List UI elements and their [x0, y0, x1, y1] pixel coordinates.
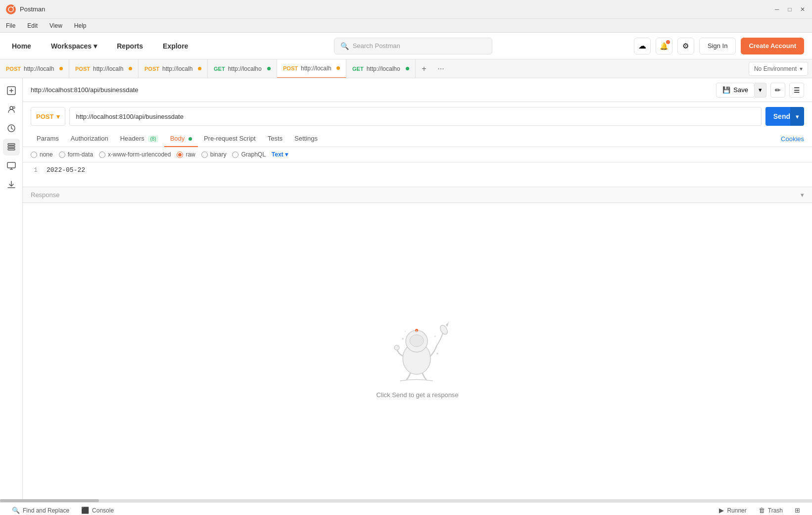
- method-label: POST: [36, 113, 53, 120]
- svg-rect-9: [8, 144, 15, 145]
- send-dropdown-button[interactable]: ▾: [790, 107, 804, 126]
- settings-button[interactable]: ⚙: [677, 38, 694, 54]
- tab-6-url: http://localho: [367, 65, 403, 72]
- response-area: Response ▾: [23, 187, 812, 499]
- sidebar-icon-team[interactable]: [3, 101, 20, 118]
- http-input-row: POST ▾ Send ▾: [23, 102, 812, 131]
- chevron-down-icon: ▾: [94, 42, 97, 50]
- save-dropdown-button[interactable]: ▾: [755, 83, 766, 98]
- tab-params[interactable]: Params: [31, 131, 65, 147]
- find-replace-button[interactable]: 🔍 Find and Replace: [6, 503, 75, 515]
- runner-button[interactable]: ▶ Runner: [713, 503, 752, 515]
- svg-point-18: [410, 335, 424, 347]
- svg-rect-10: [8, 146, 15, 148]
- tab-4-url: http://localho: [228, 65, 264, 72]
- response-header: Response ▾: [23, 187, 812, 203]
- nav-reports[interactable]: Reports: [113, 40, 147, 52]
- notification-button[interactable]: 🔔: [656, 38, 672, 54]
- menu-edit[interactable]: Edit: [25, 21, 40, 30]
- cookies-button[interactable]: Cookies: [781, 135, 804, 143]
- body-type-raw[interactable]: raw: [177, 151, 195, 158]
- line-numbers: 1: [23, 166, 43, 183]
- tab-3[interactable]: POST http://localh: [139, 59, 208, 78]
- tab-headers[interactable]: Headers (8): [114, 131, 164, 147]
- titlebar-left: Postman: [6, 4, 45, 14]
- console-button[interactable]: ⬛ Console: [75, 503, 120, 515]
- body-type-none[interactable]: none: [31, 151, 53, 158]
- method-selector[interactable]: POST ▾: [31, 107, 65, 126]
- save-button[interactable]: 💾 Save: [716, 83, 755, 98]
- empty-state-text: Click Send to get a response: [376, 391, 458, 399]
- bottom-right: ▶ Runner 🗑 Trash ⊞: [713, 503, 806, 515]
- empty-state: Click Send to get a response: [376, 304, 458, 399]
- tab-5[interactable]: POST http://localh: [277, 59, 346, 78]
- save-icon: 💾: [722, 86, 730, 94]
- description-button[interactable]: ☰: [789, 83, 804, 98]
- cloud-icon: ☁: [638, 41, 646, 51]
- menu-file[interactable]: File: [4, 21, 17, 30]
- response-chevron-icon[interactable]: ▾: [801, 191, 804, 199]
- tab-5-url: http://localh: [301, 65, 334, 72]
- create-account-button[interactable]: Create Account: [741, 38, 804, 54]
- tab-1[interactable]: POST http://localh: [0, 59, 69, 78]
- menu-view[interactable]: View: [48, 21, 64, 30]
- tab-settings[interactable]: Settings: [288, 131, 324, 147]
- body-type-graphql[interactable]: GraphQL: [232, 151, 265, 158]
- sidebar-icon-collections[interactable]: [3, 139, 20, 155]
- menu-help[interactable]: Help: [72, 21, 89, 30]
- window-controls: ─ □ ✕: [773, 6, 806, 13]
- tab-authorization[interactable]: Authorization: [65, 131, 114, 147]
- sidebar-icon-history[interactable]: [3, 120, 20, 137]
- tab-2[interactable]: POST http://localh: [69, 59, 139, 78]
- body-type-urlencoded[interactable]: x-www-form-urlencoded: [99, 151, 171, 158]
- app-title: Postman: [20, 5, 45, 13]
- environment-selector[interactable]: No Environment ▾: [749, 62, 808, 76]
- runner-icon: ▶: [719, 507, 724, 514]
- close-button[interactable]: ✕: [799, 6, 806, 13]
- body-type-binary[interactable]: binary: [201, 151, 227, 158]
- console-icon: ⬛: [81, 507, 89, 514]
- sidebar-icon-new[interactable]: [3, 82, 20, 99]
- tab-3-dot: [198, 67, 201, 70]
- tab-pre-request[interactable]: Pre-request Script: [198, 131, 262, 147]
- tab-2-url: http://localh: [93, 65, 126, 72]
- code-content[interactable]: 2022-05-22: [43, 166, 812, 183]
- radio-graphql: [232, 152, 239, 158]
- body-type-row: none form-data x-www-form-urlencoded raw…: [23, 147, 812, 162]
- more-tabs-button[interactable]: ···: [432, 59, 449, 78]
- send-button[interactable]: Send: [765, 107, 790, 126]
- tab-6-method: GET: [352, 66, 364, 72]
- sidebar-icon-monitor[interactable]: [3, 157, 20, 174]
- request-actions: 💾 Save ▾ ✏ ☰: [716, 83, 804, 98]
- tab-6[interactable]: GET http://localho: [346, 59, 416, 78]
- astronaut-illustration: [378, 304, 457, 383]
- add-tab-button[interactable]: +: [416, 59, 432, 78]
- nav-workspaces[interactable]: Workspaces ▾: [47, 40, 101, 52]
- method-chevron-icon: ▾: [56, 113, 60, 120]
- tab-4[interactable]: GET http://localho: [208, 59, 277, 78]
- layout-button[interactable]: ⊞: [789, 503, 806, 515]
- tab-body[interactable]: Body: [164, 131, 198, 147]
- tab-tests[interactable]: Tests: [262, 131, 288, 147]
- nav-home[interactable]: Home: [8, 40, 35, 52]
- tab-6-dot: [406, 67, 409, 70]
- search-icon: 🔍: [340, 42, 349, 50]
- format-selector[interactable]: Text ▾: [272, 151, 288, 158]
- response-body: Click Send to get a response: [23, 203, 812, 499]
- trash-button[interactable]: 🗑 Trash: [753, 503, 789, 515]
- headers-badge: (8): [148, 136, 158, 142]
- navbar-right: ☁ 🔔 ⚙ Sign In Create Account: [634, 38, 804, 54]
- minimize-button[interactable]: ─: [773, 6, 780, 13]
- maximize-button[interactable]: □: [786, 6, 793, 13]
- url-input[interactable]: [69, 107, 761, 126]
- body-type-form-data[interactable]: form-data: [59, 151, 93, 158]
- signin-button[interactable]: Sign In: [699, 38, 736, 54]
- request-title: http://localhost:8100/api/businessdate: [31, 86, 712, 94]
- nav-explore[interactable]: Explore: [159, 40, 192, 52]
- search-bar[interactable]: 🔍 Search Postman: [334, 38, 492, 54]
- edit-request-button[interactable]: ✏: [770, 83, 785, 98]
- cloud-button[interactable]: ☁: [634, 38, 651, 54]
- svg-point-21: [394, 345, 399, 350]
- sidebar-icon-download[interactable]: [3, 176, 20, 193]
- radio-binary: [201, 152, 208, 158]
